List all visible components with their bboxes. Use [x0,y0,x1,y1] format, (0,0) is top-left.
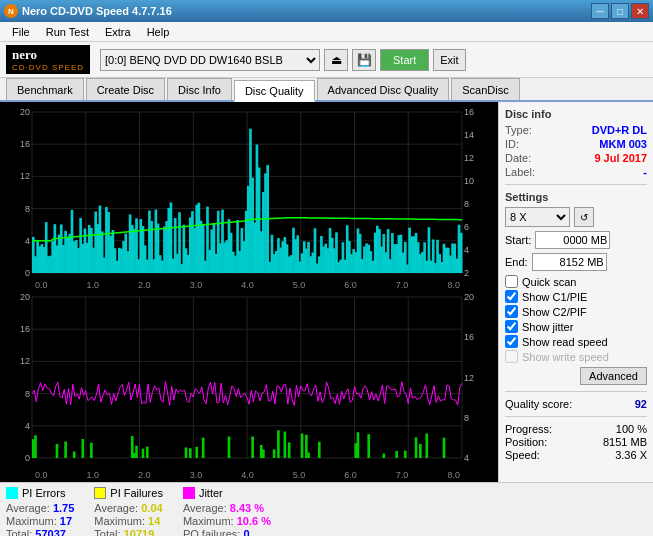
show-write-speed-row: Show write speed [505,350,647,363]
exit-button[interactable]: Exit [433,49,465,71]
nero-logo-text: nero [12,47,37,62]
menu-file[interactable]: File [4,24,38,40]
show-c1-pie-row[interactable]: Show C1/PIE [505,290,647,303]
pi-errors-legend: PI Errors [6,487,74,499]
eject-button[interactable]: ⏏ [324,49,348,71]
jitter-maximum-label: Maximum: [183,515,234,527]
jitter-po-failures-label: PO failures: [183,528,240,536]
show-write-speed-label: Show write speed [522,351,609,363]
disc-label-label: Label: [505,166,535,178]
jitter-legend-label: Jitter [199,487,223,499]
pi-errors-maximum-label: Maximum: [6,515,57,527]
disc-date-row: Date: 9 Jul 2017 [505,152,647,164]
quality-score-label: Quality score: [505,398,572,410]
title-bar: N Nero CD-DVD Speed 4.7.7.16 ─ □ ✕ [0,0,653,22]
jitter-legend-box [183,487,195,499]
bottom-x-axis: 0.01.02.03.04.05.06.07.08.0 [0,470,490,482]
disc-type-label: Type: [505,124,532,136]
show-read-speed-label: Show read speed [522,336,608,348]
separator-2 [505,391,647,392]
start-button[interactable]: Start [380,49,429,71]
position-label: Position: [505,436,547,448]
speed-row-progress: Speed: 3.36 X [505,449,647,461]
menu-extra[interactable]: Extra [97,24,139,40]
save-button[interactable]: 💾 [352,49,376,71]
progress-row: Progress: 100 % [505,423,647,435]
menu-run-test[interactable]: Run Test [38,24,97,40]
start-label: Start: [505,234,531,246]
toolbar: nero CD·DVD SPEED [0:0] BENQ DVD DD DW16… [0,42,653,78]
bottom-chart [0,287,490,472]
refresh-button[interactable]: ↺ [574,207,594,227]
tab-benchmark[interactable]: Benchmark [6,78,84,100]
pi-failures-legend-label: PI Failures [110,487,163,499]
title-bar-controls[interactable]: ─ □ ✕ [591,3,649,19]
top-x-axis: 0.01.02.03.04.05.06.07.08.0 [0,280,490,292]
jitter-maximum-value: 10.6 % [237,515,271,527]
end-row: End: [505,253,647,271]
progress-label: Progress: [505,423,552,435]
tab-advanced-disc-quality[interactable]: Advanced Disc Quality [317,78,450,100]
show-c2-pif-row[interactable]: Show C2/PIF [505,305,647,318]
disc-label-value: - [643,166,647,178]
drive-select[interactable]: [0:0] BENQ DVD DD DW1640 BSLB [100,49,320,71]
pi-failures-legend-box [94,487,106,499]
show-jitter-label: Show jitter [522,321,573,333]
nero-logo: nero CD·DVD SPEED [6,45,90,74]
right-panel: Disc info Type: DVD+R DL ID: MKM 003 Dat… [498,102,653,482]
minimize-button[interactable]: ─ [591,3,609,19]
show-jitter-checkbox[interactable] [505,320,518,333]
show-c1-pie-label: Show C1/PIE [522,291,587,303]
jitter-po-failures-value: 0 [243,528,249,536]
pi-errors-group: PI Errors Average: 1.75 Maximum: 17 Tota… [6,487,74,536]
quick-scan-checkbox[interactable] [505,275,518,288]
close-button[interactable]: ✕ [631,3,649,19]
end-input[interactable] [532,253,607,271]
position-row: Position: 8151 MB [505,436,647,448]
tab-disc-quality[interactable]: Disc Quality [234,80,315,102]
quick-scan-label: Quick scan [522,276,576,288]
show-c1-pie-checkbox[interactable] [505,290,518,303]
tabs: Benchmark Create Disc Disc Info Disc Qua… [0,78,653,102]
speed-row: 8 X ↺ [505,207,647,227]
speed-select[interactable]: 8 X [505,207,570,227]
quality-score-value: 92 [635,398,647,410]
pi-errors-average: Average: 1.75 [6,502,74,514]
pi-errors-maximum: Maximum: 17 [6,515,74,527]
start-input[interactable] [535,231,610,249]
progress-section: Progress: 100 % Position: 8151 MB Speed:… [505,423,647,461]
pi-failures-maximum: Maximum: 14 [94,515,163,527]
nero-sub-text: CD·DVD SPEED [12,63,84,72]
pi-failures-average-value: 0.04 [141,502,162,514]
disc-date-value: 9 Jul 2017 [594,152,647,164]
quick-scan-row[interactable]: Quick scan [505,275,647,288]
pi-failures-total: Total: 10719 [94,528,163,536]
tab-create-disc[interactable]: Create Disc [86,78,165,100]
menu-bar: File Run Test Extra Help [0,22,653,42]
jitter-average: Average: 8.43 % [183,502,271,514]
pi-errors-total-value: 57037 [35,528,66,536]
show-c2-pif-checkbox[interactable] [505,305,518,318]
app-title: Nero CD-DVD Speed 4.7.7.16 [22,5,172,17]
advanced-button[interactable]: Advanced [580,367,647,385]
maximize-button[interactable]: □ [611,3,629,19]
pi-failures-maximum-value: 14 [148,515,160,527]
show-read-speed-checkbox[interactable] [505,335,518,348]
settings-title: Settings [505,191,647,203]
disc-id-label: ID: [505,138,519,150]
show-jitter-row[interactable]: Show jitter [505,320,647,333]
show-c2-pif-label: Show C2/PIF [522,306,587,318]
tab-disc-info[interactable]: Disc Info [167,78,232,100]
position-value: 8151 MB [603,436,647,448]
menu-help[interactable]: Help [139,24,178,40]
jitter-average-value: 8.43 % [230,502,264,514]
tab-scan-disc[interactable]: ScanDisc [451,78,519,100]
show-read-speed-row[interactable]: Show read speed [505,335,647,348]
pi-errors-legend-box [6,487,18,499]
stats-bar: PI Errors Average: 1.75 Maximum: 17 Tota… [0,482,653,536]
stats-row: PI Errors Average: 1.75 Maximum: 17 Tota… [6,487,647,536]
pi-errors-total-label: Total: [6,528,32,536]
jitter-group: Jitter Average: 8.43 % Maximum: 10.6 % P… [183,487,271,536]
title-bar-left: N Nero CD-DVD Speed 4.7.7.16 [4,4,172,18]
disc-info-title: Disc info [505,108,647,120]
